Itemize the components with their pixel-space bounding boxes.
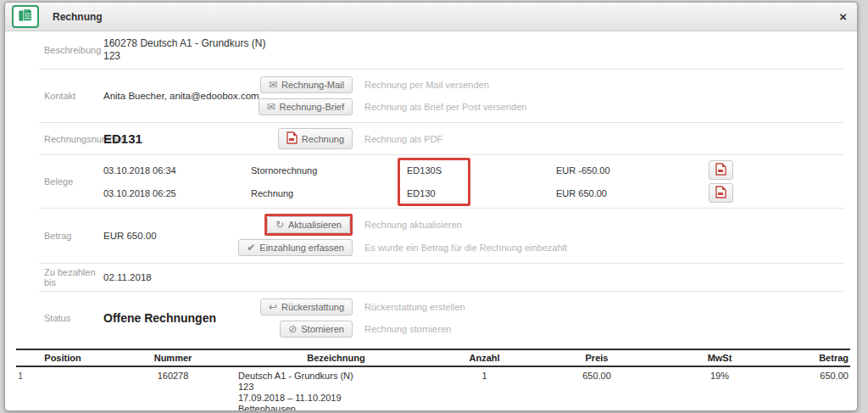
beleg-type: Rechnung <box>251 188 400 198</box>
bezeichnung-line3: 17.09.2018 – 11.10.2019 <box>238 393 434 404</box>
section-betrag: Betrag EUR 650.00 ↻ Aktualisieren Rechnu… <box>39 209 843 264</box>
cell-position: 1 <box>16 366 109 411</box>
action-line-stornieren: ⊘ Stornieren Rechnung stornieren <box>251 319 843 339</box>
beleg-pdf-button[interactable] <box>709 183 733 203</box>
cell-nummer: 160278 <box>109 366 236 411</box>
status-label: Status <box>39 313 103 323</box>
kontakt-actions: ✉ Rechnung-Mail Rechnung per Mail versen… <box>251 73 843 119</box>
check-icon: ✔ <box>247 243 255 253</box>
beleg-row-storno: 03.10.2018 06:34 Stornorechnung ED130S E… <box>103 159 843 181</box>
rechnung-brief-hint: Rechnung als Brief per Post versenden <box>364 102 526 112</box>
section-beschreibung: Beschreibung 160278 Deutsch A1 - Grundku… <box>39 31 843 70</box>
section-zu-bezahlen-bis: Zu bezahlen bis 02.11.2018 <box>39 264 843 292</box>
cell-bezeichnung: Deutsch A1 - Grundkurs (N) 123 17.09.201… <box>236 366 436 411</box>
close-icon[interactable]: × <box>839 10 847 23</box>
einzahlung-erfassen-label: Einzahlung erfassen <box>259 243 344 253</box>
beschreibung-value: 160278 Deutsch A1 - Grundkurs (N) 123 <box>103 35 843 65</box>
beleg-number: ED130 <box>400 188 476 198</box>
action-line-rueckerstattung: ↩ Rückerstattung Rückerstattung erstelle… <box>251 297 843 317</box>
zu-bezahlen-bis-label: Zu bezahlen bis <box>39 267 103 287</box>
col-header-bezeichnung: Bezeichnung <box>236 349 436 366</box>
aktualisieren-hint: Rechnung aktualisieren <box>364 220 462 230</box>
rechnungsnummer-value: ED131 <box>103 131 251 146</box>
pdf-icon <box>715 163 726 177</box>
dialog-title: Rechnung <box>53 11 103 23</box>
rechnung-brief-button[interactable]: ✉ Rechnung-Brief <box>259 98 353 115</box>
action-line-brief: ✉ Rechnung-Brief Rechnung als Brief per … <box>251 97 843 117</box>
beleg-type: Stornorechnung <box>251 165 400 176</box>
beleg-amount: EUR 650.00 <box>476 188 671 198</box>
dialog-header: Rechnung × <box>5 3 857 31</box>
undo-icon: ↩ <box>269 302 277 312</box>
rechnung-pdf-label: Rechnung <box>302 134 344 144</box>
invoice-document-icon <box>18 8 33 26</box>
pdf-icon <box>287 131 298 146</box>
bezeichnung-line2: 123 <box>238 382 434 393</box>
aktualisieren-highlight: ↻ Aktualisieren <box>264 214 353 236</box>
envelope-icon: ✉ <box>269 80 277 90</box>
stornieren-label: Stornieren <box>301 324 344 334</box>
beleg-datetime: 03.10.2018 06:25 <box>103 188 251 198</box>
rueckerstattung-hint: Rückerstattung erstellen <box>364 302 465 312</box>
section-belege: Belege 03.10.2018 06:34 Stornorechnung E… <box>39 155 843 209</box>
kontakt-value: Anita Buecher, anita@edoobox.com <box>103 91 251 101</box>
col-header-nummer: Nummer <box>109 349 236 366</box>
betrag-label: Betrag <box>39 231 103 241</box>
rechnung-brief-label: Rechnung-Brief <box>280 102 344 112</box>
cell-betrag: 650.00 <box>779 366 850 411</box>
stornieren-button[interactable]: ⊘ Stornieren <box>280 321 353 338</box>
envelope-icon: ✉ <box>267 102 275 112</box>
betrag-value: EUR 650.00 <box>103 231 251 241</box>
invoice-icon-button[interactable] <box>12 5 39 28</box>
einzahlung-erfassen-hint: Es wurde ein Betrag für die Rechnung ein… <box>364 243 567 253</box>
betrag-actions: ↻ Aktualisieren Rechnung aktualisieren ✔… <box>251 212 843 260</box>
rechnung-dialog: Rechnung × Beschreibung 160278 Deutsch A… <box>4 2 858 411</box>
action-line-mail: ✉ Rechnung-Mail Rechnung per Mail versen… <box>251 75 843 95</box>
table-row: 1 160278 Deutsch A1 - Grundkurs (N) 123 … <box>16 366 850 411</box>
beleg-pdf-button[interactable] <box>709 160 733 180</box>
col-header-preis: Preis <box>533 349 660 366</box>
belege-rows: 03.10.2018 06:34 Stornorechnung ED130S E… <box>103 159 843 204</box>
status-actions: ↩ Rückerstattung Rückerstattung erstelle… <box>251 295 843 341</box>
col-header-position: Position <box>16 349 109 366</box>
cell-anzahl: 1 <box>436 366 533 411</box>
rechnung-pdf-hint: Rechnung als PDF <box>364 134 442 144</box>
rechnungsnummer-actions: Rechnung Rechnung als PDF <box>251 126 843 151</box>
bezeichnung-line1: Deutsch A1 - Grundkurs (N) <box>238 371 434 382</box>
pdf-icon <box>715 186 726 200</box>
einzahlung-erfassen-button[interactable]: ✔ Einzahlung erfassen <box>238 239 353 256</box>
beleg-number: ED130S <box>400 165 476 176</box>
col-header-betrag: Betrag <box>779 349 850 366</box>
col-header-anzahl: Anzahl <box>436 349 533 366</box>
beleg-row-rechnung: 03.10.2018 06:25 Rechnung ED130 EUR 650.… <box>103 181 843 204</box>
beleg-datetime: 03.10.2018 06:34 <box>103 165 251 176</box>
rechnung-mail-button[interactable]: ✉ Rechnung-Mail <box>260 76 353 93</box>
beschreibung-line1: 160278 Deutsch A1 - Grundkurs (N) <box>103 37 843 50</box>
rechnung-pdf-button[interactable]: Rechnung <box>278 128 353 149</box>
rechnung-mail-label: Rechnung-Mail <box>281 80 344 90</box>
action-line-einzahlung: ✔ Einzahlung erfassen Es wurde ein Betra… <box>251 237 843 258</box>
refresh-icon: ↻ <box>275 220 284 230</box>
cancel-icon: ⊘ <box>288 324 297 334</box>
beschreibung-label: Beschreibung <box>39 45 103 55</box>
zu-bezahlen-bis-value: 02.11.2018 <box>103 272 251 282</box>
beschreibung-line2: 123 <box>103 50 843 63</box>
bezeichnung-line4: Bettenhausen <box>238 404 434 411</box>
action-line-aktualisieren: ↻ Aktualisieren Rechnung aktualisieren <box>251 214 843 236</box>
rueckerstattung-button[interactable]: ↩ Rückerstattung <box>260 299 353 315</box>
aktualisieren-label: Aktualisieren <box>288 220 342 230</box>
stornieren-hint: Rechnung stornieren <box>364 324 451 334</box>
section-kontakt: Kontakt Anita Buecher, anita@edoobox.com… <box>39 70 843 123</box>
section-rechnungsnummer: Rechnungsnummer ED131 Rechnung <box>39 123 843 155</box>
aktualisieren-button[interactable]: ↻ Aktualisieren <box>267 216 350 233</box>
table-header-row: Position Nummer Bezeichnung Anzahl Preis… <box>16 349 850 366</box>
cell-mwst: 19% <box>660 366 779 411</box>
belege-label: Belege <box>39 176 103 187</box>
positions-table: Position Nummer Bezeichnung Anzahl Preis… <box>16 349 850 411</box>
rechnungsnummer-label: Rechnungsnummer <box>39 134 103 144</box>
beleg-amount: EUR -650.00 <box>476 165 671 176</box>
section-status: Status Offene Rechnungen ↩ Rückerstattun… <box>39 292 843 344</box>
cell-preis: 650.00 <box>533 366 660 411</box>
col-header-mwst: MwSt <box>660 349 779 366</box>
kontakt-label: Kontakt <box>39 91 103 101</box>
